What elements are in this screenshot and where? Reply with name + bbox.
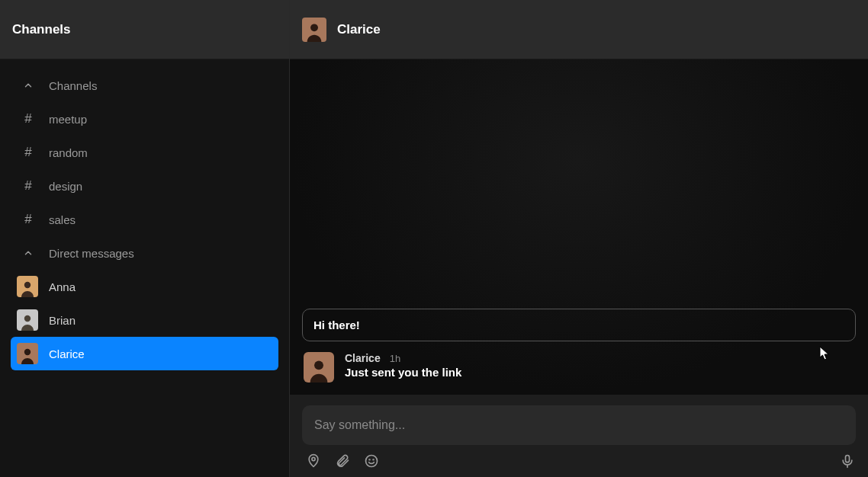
dm-section-label: Direct messages — [49, 247, 134, 260]
message-text: Just sent you the link — [345, 366, 461, 379]
composer-toolbar — [302, 453, 856, 469]
conversation-area: Hi there! Clarice 1h Just sent you the l… — [290, 59, 868, 395]
composer — [290, 395, 868, 477]
svg-point-8 — [373, 459, 374, 460]
chevron-up-icon — [21, 248, 35, 258]
channel-label: meetup — [49, 113, 87, 126]
channel-label: sales — [49, 213, 76, 226]
hash-icon: # — [21, 111, 35, 126]
dm-item-brian[interactable]: Brian — [11, 303, 278, 337]
svg-point-6 — [366, 456, 378, 467]
sidebar-title: Channels — [0, 0, 289, 59]
sidebar: Channels Channels # meetup # random # de… — [0, 0, 290, 477]
channel-item-meetup[interactable]: # meetup — [11, 102, 278, 136]
dm-label: Anna — [49, 280, 76, 293]
message-meta: Clarice 1h — [345, 352, 461, 364]
incoming-message: Clarice 1h Just sent you the link — [302, 352, 856, 383]
avatar — [17, 309, 38, 331]
conversation-header: Clarice — [290, 0, 868, 59]
channel-item-random[interactable]: # random — [11, 136, 278, 169]
sidebar-title-text: Channels — [12, 22, 71, 37]
avatar — [304, 352, 334, 383]
svg-point-5 — [312, 457, 315, 460]
channel-label: random — [49, 146, 88, 159]
avatar — [17, 343, 38, 364]
svg-point-0 — [24, 282, 31, 288]
channels-section-label: Channels — [49, 79, 97, 92]
emoji-icon[interactable] — [363, 453, 380, 469]
avatar — [302, 18, 326, 42]
message-body: Clarice 1h Just sent you the link — [345, 352, 461, 383]
svg-point-2 — [24, 349, 31, 355]
dm-item-anna[interactable]: Anna — [11, 270, 278, 303]
dm-label: Clarice — [49, 347, 85, 360]
message-author: Clarice — [345, 352, 381, 364]
message-time: 1h — [390, 353, 400, 364]
dm-label: Brian — [49, 314, 76, 327]
outgoing-message-text: Hi there! — [313, 319, 360, 331]
channel-item-design[interactable]: # design — [11, 169, 278, 203]
svg-rect-9 — [846, 456, 850, 463]
sidebar-list: Channels # meetup # random # design # sa… — [0, 59, 289, 370]
outgoing-message-bubble: Hi there! — [302, 309, 856, 341]
svg-point-7 — [369, 459, 370, 460]
channels-section-header[interactable]: Channels — [11, 69, 278, 102]
dm-item-clarice[interactable]: Clarice — [11, 337, 278, 370]
hash-icon: # — [21, 178, 35, 194]
channel-label: design — [49, 180, 82, 193]
message-input[interactable] — [302, 405, 856, 445]
svg-point-3 — [310, 24, 318, 31]
hash-icon: # — [21, 145, 35, 160]
conversation-title: Clarice — [337, 22, 381, 37]
location-icon[interactable] — [305, 453, 322, 469]
svg-point-1 — [24, 315, 31, 322]
main: Clarice Hi there! Clarice 1h Just sent y… — [290, 0, 868, 477]
microphone-icon[interactable] — [839, 453, 856, 469]
svg-point-4 — [314, 360, 323, 370]
avatar — [17, 276, 38, 297]
channel-item-sales[interactable]: # sales — [11, 203, 278, 236]
chevron-up-icon — [21, 80, 35, 91]
hash-icon: # — [21, 212, 35, 227]
attachment-icon[interactable] — [334, 453, 351, 469]
dm-section-header[interactable]: Direct messages — [11, 236, 278, 270]
